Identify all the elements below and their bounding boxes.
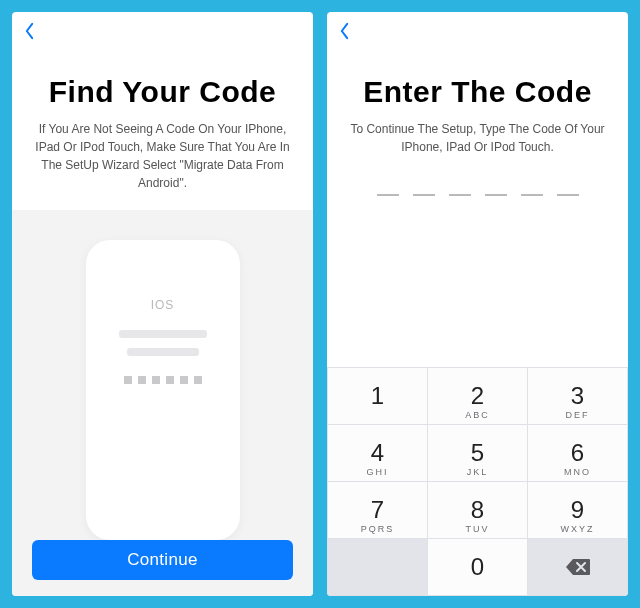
key-0[interactable]: 0 <box>428 539 527 595</box>
phone-illustration: IOS <box>86 240 240 540</box>
code-input[interactable] <box>327 192 628 196</box>
continue-button[interactable]: Continue <box>32 540 293 580</box>
key-7[interactable]: 7PQRS <box>328 482 427 538</box>
enter-code-screen: Enter The Code To Continue The Setup, Ty… <box>327 12 628 596</box>
key-9[interactable]: 9WXYZ <box>528 482 627 538</box>
backspace-icon <box>565 558 591 576</box>
page-title: Find Your Code <box>12 50 313 120</box>
page-body: If You Are Not Seeing A Code On Your IPh… <box>12 120 313 192</box>
code-dots <box>124 376 202 384</box>
key-5[interactable]: 5JKL <box>428 425 527 481</box>
digit-slot <box>557 192 579 196</box>
numeric-keypad: 1 2ABC 3DEF 4GHI 5JKL 6MNO 7PQRS 8TUV 9W… <box>327 367 628 596</box>
back-icon[interactable] <box>339 22 350 40</box>
placeholder-line <box>127 348 199 356</box>
key-1[interactable]: 1 <box>328 368 427 424</box>
key-empty <box>328 539 427 595</box>
digit-slot <box>521 192 543 196</box>
page-body: To Continue The Setup, Type The Code Of … <box>327 120 628 156</box>
placeholder-line <box>119 330 207 338</box>
digit-slot <box>449 192 471 196</box>
back-icon[interactable] <box>24 22 35 40</box>
key-2[interactable]: 2ABC <box>428 368 527 424</box>
digit-slot <box>377 192 399 196</box>
key-3[interactable]: 3DEF <box>528 368 627 424</box>
page-title: Enter The Code <box>327 50 628 120</box>
digit-slot <box>413 192 435 196</box>
find-code-screen: Find Your Code If You Are Not Seeing A C… <box>12 12 313 596</box>
backspace-key[interactable] <box>528 539 627 595</box>
key-4[interactable]: 4GHI <box>328 425 427 481</box>
illustration-area: IOS <box>12 210 313 596</box>
topbar-left <box>12 12 313 50</box>
key-8[interactable]: 8TUV <box>428 482 527 538</box>
digit-slot <box>485 192 507 196</box>
phone-label: IOS <box>151 298 175 312</box>
topbar-right <box>327 12 628 50</box>
key-6[interactable]: 6MNO <box>528 425 627 481</box>
